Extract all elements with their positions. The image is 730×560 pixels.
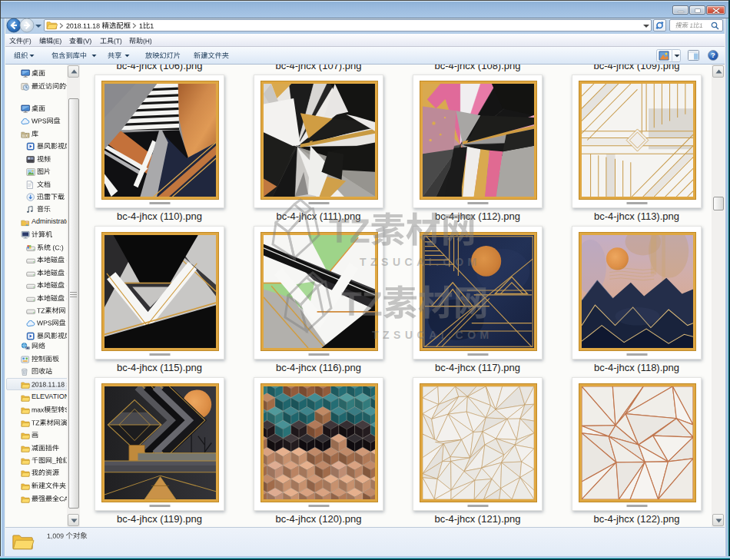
svg-text:?: ? (711, 51, 715, 59)
